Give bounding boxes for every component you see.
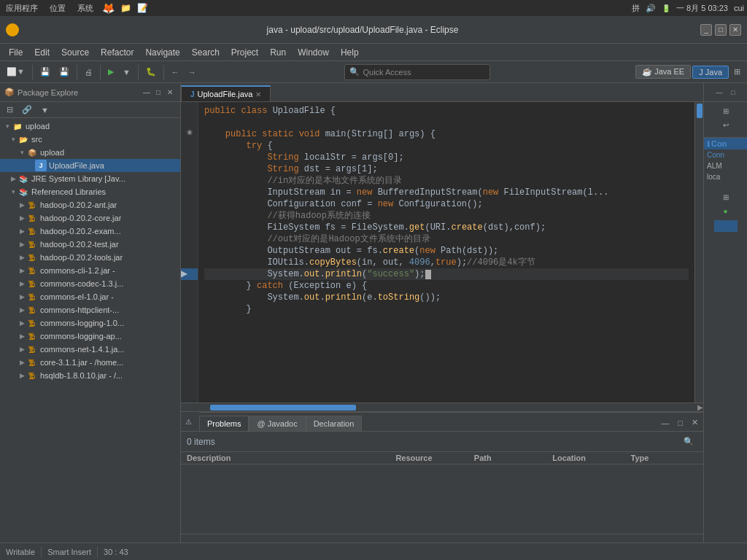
tree-item-uploadfile[interactable]: J UploadFile.java bbox=[0, 159, 180, 172]
save-button[interactable]: 💾 bbox=[36, 65, 54, 79]
editor-vertical-scrollbar[interactable] bbox=[694, 102, 703, 402]
problems-search-button[interactable]: 🔍 bbox=[680, 435, 697, 448]
menu-navigate[interactable]: Navigate bbox=[139, 46, 185, 59]
minimize-bottom-button[interactable]: — bbox=[657, 416, 673, 429]
menu-project[interactable]: Project bbox=[225, 46, 264, 59]
eclipse-icon bbox=[6, 23, 19, 36]
run-button[interactable]: ▶ bbox=[104, 65, 117, 79]
expand-arrow: ▶ bbox=[18, 306, 26, 314]
tree-item-jar14[interactable]: ▶ 🗜 hsqldb-1.8.0.10.jar - /... bbox=[0, 369, 180, 382]
tree-item-jar13[interactable]: ▶ 🗜 core-3.1.1.jar - /home... bbox=[0, 356, 180, 369]
status-separator-1 bbox=[41, 547, 42, 557]
tree-item-src[interactable]: ▾ 📂 src bbox=[0, 133, 180, 146]
tree-item-jar11[interactable]: ▶ 🗜 commons-logging-ap... bbox=[0, 330, 180, 343]
back-button[interactable]: ← bbox=[168, 66, 183, 79]
link-with-editor-button[interactable]: 🔗 bbox=[18, 103, 36, 117]
browser-icon[interactable]: 🦊 bbox=[102, 2, 115, 14]
terminal-icon[interactable]: 📁 bbox=[120, 3, 131, 13]
tree-item-upload-pkg[interactable]: ▾ 📦 upload bbox=[0, 146, 180, 159]
expand-arrow: ▶ bbox=[18, 371, 26, 380]
tree-item-jar2[interactable]: ▶ 🗜 hadoop-0.20.2-core.jar bbox=[0, 211, 180, 225]
con-title: Con bbox=[711, 139, 727, 148]
code-line-13: OutputStream out = fs.create(new Path(ds… bbox=[204, 245, 689, 257]
maximize-bottom-button[interactable]: □ bbox=[674, 416, 686, 429]
system-menu[interactable]: 系统 bbox=[74, 3, 96, 14]
forward-button[interactable]: → bbox=[185, 66, 200, 79]
places-menu[interactable]: 位置 bbox=[47, 3, 69, 14]
code-line-7: //in对应的是本地文件系统的目录 bbox=[204, 175, 689, 187]
right-tool-4[interactable]: ● bbox=[705, 205, 746, 217]
new-button[interactable]: ⬜▼ bbox=[3, 65, 28, 79]
minimize-button[interactable]: _ bbox=[700, 24, 712, 36]
con-item-alm: ALM bbox=[704, 160, 747, 171]
editor-horizontal-scrollbar[interactable]: ▶ bbox=[181, 402, 703, 411]
code-line-18: } bbox=[204, 303, 689, 315]
apps-menu[interactable]: 应用程序 bbox=[3, 3, 41, 14]
bottom-horizontal-scrollbar[interactable] bbox=[181, 534, 703, 542]
open-perspective-button[interactable]: ⊞ bbox=[730, 65, 744, 79]
tree-item-upload[interactable]: ▾ 📁 upload bbox=[0, 120, 180, 133]
menu-window[interactable]: Window bbox=[292, 46, 335, 59]
tree-item-jar1[interactable]: ▶ 🗜 hadoop-0.20.2-ant.jar bbox=[0, 198, 180, 211]
save-all-button[interactable]: 💾 bbox=[55, 65, 73, 79]
editor-tab-uploadfile[interactable]: J UploadFile.java ✕ bbox=[181, 85, 271, 101]
right-tool-3[interactable]: ⊞ bbox=[705, 191, 746, 203]
tree-item-jar10[interactable]: ▶ 🗜 commons-logging-1.0... bbox=[0, 316, 180, 330]
print-button[interactable]: 🖨 bbox=[81, 66, 96, 79]
maximize-button[interactable]: □ bbox=[715, 24, 727, 36]
collapse-all-button[interactable]: ⊟ bbox=[3, 103, 17, 117]
menu-search[interactable]: Search bbox=[186, 46, 225, 59]
tree-item-jar5[interactable]: ▶ 🗜 hadoop-0.20.2-tools.jar bbox=[0, 251, 180, 264]
maximize-panel-button[interactable]: □ bbox=[152, 87, 164, 98]
right-tool-1[interactable]: ⊞ bbox=[705, 105, 746, 117]
close-bottom-button[interactable]: ✕ bbox=[688, 416, 702, 429]
expand-arrow: ▶ bbox=[18, 201, 26, 209]
quick-access-field[interactable]: 🔍 Quick Access bbox=[344, 64, 490, 80]
scrollbar-thumb[interactable] bbox=[697, 104, 703, 118]
scroll-right-button[interactable]: ▶ bbox=[697, 403, 703, 411]
close-tab-button[interactable]: ✕ bbox=[255, 90, 261, 98]
menu-help[interactable]: Help bbox=[335, 46, 365, 59]
menu-edit[interactable]: Edit bbox=[28, 46, 55, 59]
package-explorer-header: 📦 Package Explore — □ ✕ bbox=[0, 83, 180, 102]
con-item-conn[interactable]: Conn bbox=[704, 149, 747, 160]
tree-item-jar9[interactable]: ▶ 🗜 commons-httpclient-... bbox=[0, 303, 180, 316]
minimize-panel-button[interactable]: — bbox=[141, 87, 152, 98]
menu-source[interactable]: Source bbox=[55, 46, 95, 59]
code-line-9: Configuration conf = new Configuration()… bbox=[204, 198, 689, 210]
tree-item-jar6[interactable]: ▶ 🗜 commons-cli-1.2.jar - bbox=[0, 264, 180, 277]
tree-item-jar7[interactable]: ▶ 🗜 commons-codec-1.3.j... bbox=[0, 277, 180, 290]
code-line-15: System.out.println("success"); bbox=[204, 268, 689, 280]
java-perspective[interactable]: J Java bbox=[692, 66, 729, 79]
tree-item-jar4[interactable]: ▶ 🗜 hadoop-0.20.2-test.jar bbox=[0, 238, 180, 251]
debug-button[interactable]: 🐛 bbox=[142, 65, 160, 79]
tree-item-label: hsqldb-1.8.0.10.jar - /... bbox=[40, 371, 123, 380]
jar-icon: 🗜 bbox=[26, 265, 38, 276]
quick-access-label: Quick Access bbox=[363, 68, 411, 77]
tree-item-jar3[interactable]: ▶ 🗜 hadoop-0.20.2-exam... bbox=[0, 225, 180, 238]
code-editor[interactable]: public class UploadFile { public static … bbox=[198, 102, 694, 402]
h-scroll-thumb[interactable] bbox=[210, 405, 356, 411]
gutter-line bbox=[181, 187, 198, 198]
text-editor-icon[interactable]: 📝 bbox=[137, 3, 148, 13]
close-button[interactable]: ✕ bbox=[729, 24, 741, 36]
tab-problems[interactable]: Problems bbox=[199, 416, 249, 431]
tree-item-jar8[interactable]: ▶ 🗜 commons-el-1.0.jar - bbox=[0, 290, 180, 303]
tree-item-jar12[interactable]: ▶ 🗜 commons-net-1.4.1.ja... bbox=[0, 343, 180, 356]
panel-menu-button[interactable]: ▼ bbox=[37, 104, 53, 117]
right-tool-2[interactable]: ↩ bbox=[705, 119, 746, 131]
menu-refactor[interactable]: Refactor bbox=[95, 46, 139, 59]
tree-item-label: commons-el-1.0.jar - bbox=[40, 292, 114, 301]
menu-file[interactable]: File bbox=[3, 46, 28, 59]
java-ee-perspective[interactable]: ☕ Java EE bbox=[635, 65, 691, 79]
tab-declaration[interactable]: Declaration bbox=[306, 416, 363, 431]
right-panel-minimize[interactable]: — bbox=[712, 87, 726, 98]
tree-item-ref-libs[interactable]: ▾ 📚 Referenced Libraries bbox=[0, 185, 180, 198]
tree-item-jre[interactable]: ▶ 📚 JRE System Library [Jav... bbox=[0, 172, 180, 185]
menu-run[interactable]: Run bbox=[264, 46, 292, 59]
close-panel-button[interactable]: ✕ bbox=[164, 87, 176, 98]
right-panel-maximize[interactable]: □ bbox=[727, 87, 738, 98]
run-config-button[interactable]: ▼ bbox=[119, 66, 134, 79]
volume-icon[interactable]: 🔊 bbox=[646, 4, 656, 13]
tab-javadoc[interactable]: @ Javadoc bbox=[249, 416, 305, 431]
